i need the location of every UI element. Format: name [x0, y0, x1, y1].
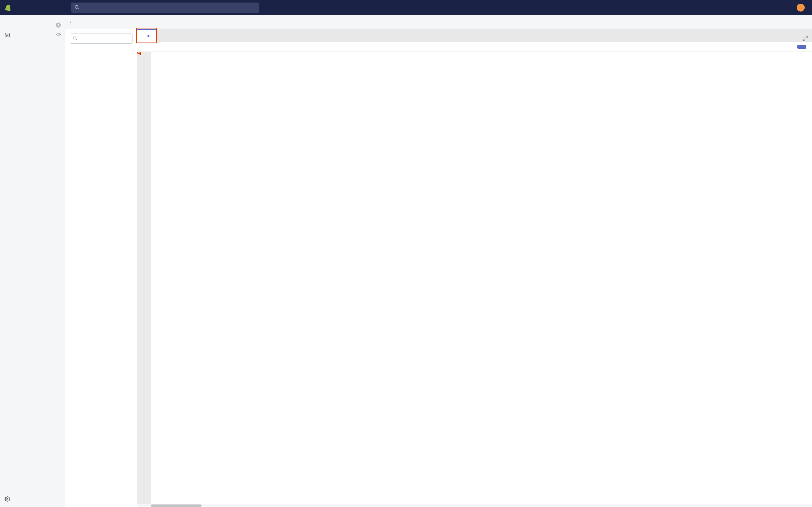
nav-section-header: +: [0, 18, 65, 30]
svg-point-2: [58, 34, 59, 35]
editor-area: [137, 29, 812, 507]
code-editor[interactable]: [137, 52, 812, 504]
file-search[interactable]: [70, 34, 133, 44]
topbar: [0, 0, 812, 15]
editor-tab[interactable]: [137, 29, 156, 42]
global-search[interactable]: [71, 3, 259, 13]
save-button[interactable]: [797, 45, 806, 49]
svg-line-5: [76, 39, 77, 40]
file-panel: [65, 29, 137, 507]
avatar: [797, 4, 805, 11]
search-icon: [74, 5, 80, 11]
file-search-input[interactable]: [80, 36, 130, 41]
svg-point-0: [75, 5, 78, 8]
view-icon[interactable]: [56, 33, 61, 38]
svg-line-1: [78, 8, 79, 9]
search-wrap: [71, 3, 259, 13]
expand-icon[interactable]: [799, 36, 812, 42]
chevron-left-icon: ‹: [70, 20, 71, 24]
sidebar-nav: +: [0, 15, 65, 507]
content-area: ‹: [65, 15, 812, 507]
nav-online-store[interactable]: [0, 30, 65, 40]
arrow-head-icon: [137, 52, 141, 55]
tabs-row: [137, 29, 812, 42]
nav-settings[interactable]: [0, 494, 65, 504]
shopify-logo-icon: [4, 4, 11, 11]
svg-point-4: [73, 37, 76, 39]
breadcrumb-bar: ‹: [65, 15, 812, 29]
scrollbar-thumb[interactable]: [151, 504, 202, 507]
gear-icon: [4, 496, 10, 502]
topbar-user[interactable]: [797, 4, 808, 11]
svg-point-3: [7, 499, 8, 500]
add-channel-icon[interactable]: +: [56, 22, 61, 27]
back-link[interactable]: ‹: [70, 20, 72, 24]
search-icon: [73, 36, 78, 41]
code-content[interactable]: [151, 52, 812, 504]
search-input[interactable]: [82, 5, 256, 10]
unsaved-dot-icon: [147, 35, 149, 37]
horizontal-scrollbar[interactable]: [137, 504, 812, 507]
file-header: [137, 42, 812, 52]
store-icon: [4, 32, 10, 38]
line-gutter: [137, 52, 151, 504]
